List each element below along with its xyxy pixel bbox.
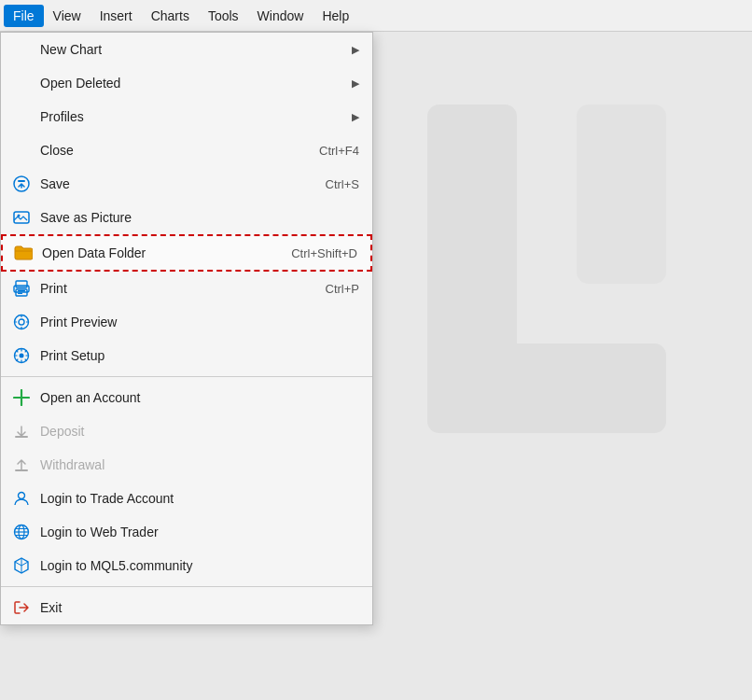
background-logo [397, 75, 696, 525]
deposit-label: Deposit [40, 424, 359, 439]
login-trade-label: Login to Trade Account [40, 491, 359, 506]
menu-item-save-as-picture[interactable]: Save as Picture [1, 201, 372, 234]
svg-rect-0 [427, 105, 517, 373]
save-as-picture-icon [10, 206, 33, 229]
close-label: Close [40, 143, 300, 158]
login-mql5-label: Login to MQL5.community [40, 558, 359, 573]
new-chart-label: New Chart [40, 42, 352, 57]
open-deleted-label: Open Deleted [40, 76, 352, 91]
print-preview-label: Print Preview [40, 315, 359, 329]
menu-item-print[interactable]: Print Ctrl+P [1, 272, 372, 305]
login-trade-icon [10, 487, 33, 510]
menubar-item-view[interactable]: View [44, 5, 91, 27]
open-account-label: Open an Account [40, 390, 359, 405]
login-mql5-icon [10, 554, 33, 577]
menu-item-print-setup[interactable]: Print Setup [1, 339, 372, 372]
print-label: Print [40, 281, 307, 296]
menubar-item-tools[interactable]: Tools [199, 5, 248, 27]
svg-rect-2 [577, 105, 666, 284]
menubar-item-charts[interactable]: Charts [142, 5, 199, 27]
withdrawal-icon [10, 454, 33, 476]
menu-item-exit[interactable]: Exit [1, 591, 372, 624]
svg-rect-11 [18, 293, 22, 295]
menubar-item-file[interactable]: File [4, 5, 44, 27]
login-web-label: Login to Web Trader [40, 525, 359, 539]
save-as-picture-label: Save as Picture [40, 210, 359, 225]
menubar: File View Insert Charts Tools Window Hel… [0, 0, 752, 32]
svg-rect-7 [16, 281, 27, 287]
svg-rect-16 [15, 436, 28, 438]
svg-rect-4 [18, 180, 25, 182]
save-label: Save [40, 176, 307, 191]
print-icon [10, 277, 33, 300]
divider-1 [1, 376, 372, 377]
open-data-folder-shortcut: Ctrl+Shift+D [291, 246, 357, 260]
save-shortcut: Ctrl+S [326, 177, 359, 191]
menu-item-login-mql5[interactable]: Login to MQL5.community [1, 549, 372, 582]
exit-label: Exit [40, 600, 359, 615]
deposit-icon [10, 420, 33, 442]
menubar-item-insert[interactable]: Insert [91, 5, 142, 27]
new-chart-arrow: ▶ [352, 44, 359, 56]
close-icon [10, 139, 33, 161]
print-setup-label: Print Setup [40, 348, 359, 363]
open-data-folder-icon [12, 242, 35, 264]
menu-item-withdrawal: Withdrawal [1, 448, 372, 482]
open-deleted-arrow: ▶ [352, 77, 359, 90]
svg-point-18 [19, 493, 25, 499]
print-preview-icon [10, 311, 33, 333]
print-shortcut: Ctrl+P [326, 282, 359, 296]
withdrawal-label: Withdrawal [40, 457, 359, 472]
close-shortcut: Ctrl+F4 [319, 144, 359, 158]
svg-rect-10 [18, 290, 25, 292]
menu-item-login-trade[interactable]: Login to Trade Account [1, 482, 372, 515]
print-setup-icon [10, 344, 33, 367]
open-data-folder-label: Open Data Folder [42, 245, 272, 260]
svg-rect-17 [15, 469, 28, 471]
login-web-icon [10, 521, 33, 543]
divider-2 [1, 586, 372, 587]
new-chart-icon [10, 38, 33, 61]
svg-rect-1 [427, 343, 666, 433]
menu-item-new-chart[interactable]: New Chart ▶ [1, 33, 372, 66]
menu-item-print-preview[interactable]: Print Preview [1, 305, 372, 339]
svg-point-13 [19, 319, 24, 325]
menubar-item-window[interactable]: Window [248, 5, 313, 27]
menu-item-save[interactable]: Save Ctrl+S [1, 167, 372, 201]
menu-item-open-deleted[interactable]: Open Deleted ▶ [1, 66, 372, 100]
open-account-icon [10, 386, 33, 409]
open-deleted-icon [10, 72, 33, 94]
profiles-label: Profiles [40, 109, 352, 124]
menu-item-login-web[interactable]: Login to Web Trader [1, 515, 372, 549]
profiles-arrow: ▶ [352, 111, 359, 123]
svg-point-15 [20, 354, 24, 358]
file-dropdown: New Chart ▶ Open Deleted ▶ Profiles ▶ Cl… [0, 32, 373, 625]
menu-item-close[interactable]: Close Ctrl+F4 [1, 133, 372, 167]
menu-item-profiles[interactable]: Profiles ▶ [1, 100, 372, 133]
menubar-item-help[interactable]: Help [313, 5, 358, 27]
menu-item-open-account[interactable]: Open an Account [1, 381, 372, 414]
menu-item-open-data-folder[interactable]: Open Data Folder Ctrl+Shift+D [1, 234, 372, 272]
save-icon [10, 173, 33, 195]
profiles-icon [10, 105, 33, 128]
menu-item-deposit: Deposit [1, 414, 372, 448]
exit-icon [10, 596, 33, 619]
